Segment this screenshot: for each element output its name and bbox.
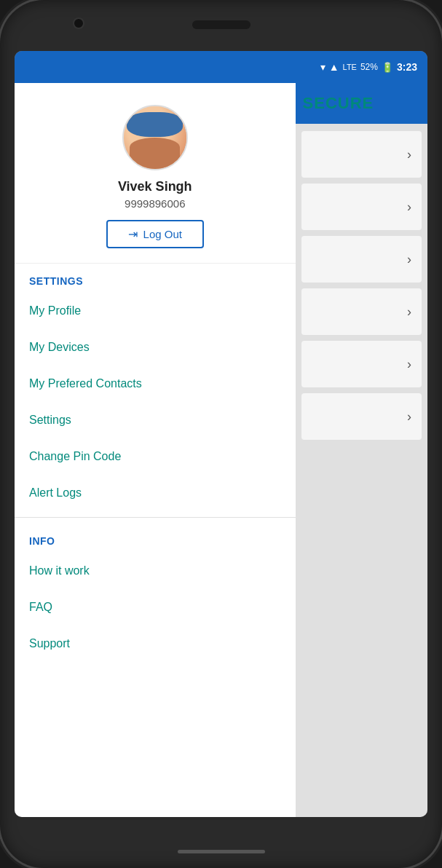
user-phone: 9999896006 (125, 197, 185, 210)
right-card-1: › (301, 131, 422, 178)
battery-text: 52% (360, 62, 378, 72)
logout-label: Log Out (143, 228, 182, 240)
avatar (122, 105, 188, 170)
wifi-icon: ▾ (320, 61, 325, 73)
right-card-2: › (301, 184, 422, 230)
chevron-right-icon-1: › (407, 147, 411, 162)
right-card-3: › (301, 236, 422, 283)
battery-icon: 🔋 (382, 62, 393, 73)
home-bar (178, 850, 265, 853)
logout-icon: ⇥ (128, 227, 138, 241)
user-name: Vivek Singh (118, 179, 192, 194)
data-icon: LTE (343, 63, 357, 71)
section-divider (15, 517, 296, 518)
right-card-6: › (301, 393, 422, 440)
menu-item-my-devices[interactable]: My Devices (15, 329, 296, 366)
menu-item-how-it-work[interactable]: How it work (15, 553, 296, 589)
profile-section: Vivek Singh 9999896006 ⇥ Log Out (15, 83, 296, 264)
menu-item-change-pin[interactable]: Change Pin Code (15, 438, 296, 475)
settings-section-header: SETTINGS (15, 264, 296, 293)
menu-item-prefered-contacts[interactable]: My Prefered Contacts (15, 366, 296, 402)
screen-content: Vivek Singh 9999896006 ⇥ Log Out SETTING… (15, 83, 427, 817)
status-bar: ▾ ▲ LTE 52% 🔋 3:23 (15, 51, 427, 83)
drawer-panel: Vivek Singh 9999896006 ⇥ Log Out SETTING… (15, 83, 296, 817)
right-panel-content: › › › › › › (296, 124, 427, 817)
chevron-right-icon-2: › (407, 200, 411, 215)
menu-item-alert-logs[interactable]: Alert Logs (15, 475, 296, 511)
avatar-image (124, 106, 186, 169)
status-icons: ▾ ▲ LTE 52% 🔋 3:23 (320, 61, 417, 73)
chevron-right-icon-4: › (407, 304, 411, 320)
menu-item-settings[interactable]: Settings (15, 402, 296, 438)
chevron-right-icon-5: › (407, 357, 411, 372)
chevron-right-icon-6: › (407, 409, 411, 425)
right-card-4: › (301, 288, 422, 335)
menu-item-support[interactable]: Support (15, 626, 296, 662)
logout-button[interactable]: ⇥ Log Out (106, 220, 204, 248)
time-display: 3:23 (397, 61, 417, 73)
speaker (192, 20, 250, 29)
phone-screen: ▾ ▲ LTE 52% 🔋 3:23 Vivek Singh (15, 51, 427, 817)
info-section-header: INFO (15, 524, 296, 553)
right-panel-header: SECURE (296, 83, 427, 124)
app-name-label: SECURE (303, 94, 374, 113)
menu-item-my-profile[interactable]: My Profile (15, 293, 296, 329)
phone-device: ▾ ▲ LTE 52% 🔋 3:23 Vivek Singh (0, 0, 442, 868)
right-card-5: › (301, 341, 422, 387)
menu-item-faq[interactable]: FAQ (15, 589, 296, 626)
chevron-right-icon-3: › (407, 252, 411, 267)
camera (73, 17, 84, 29)
signal-icon: ▲ (329, 61, 339, 73)
right-panel: SECURE › › › › › (296, 83, 427, 817)
